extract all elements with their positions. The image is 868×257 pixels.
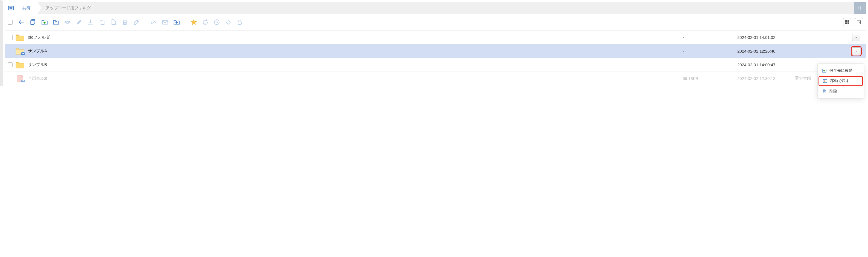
- clock-icon: [214, 19, 220, 25]
- file-row[interactable]: サンプルA - 2024-02-02 12:26:46: [5, 44, 866, 58]
- document-icon: [110, 19, 117, 25]
- row-checkbox[interactable]: [8, 62, 12, 67]
- copy-button: [97, 18, 106, 27]
- tag-button: [224, 18, 233, 27]
- file-name: oldフォルダ: [28, 35, 683, 40]
- paste-button: [109, 18, 118, 27]
- breadcrumb-segment-root[interactable]: 共有: [17, 2, 37, 14]
- file-row[interactable]: サンプルB - 2024-02-01 14:00:47: [5, 58, 866, 72]
- svg-point-1: [9, 7, 11, 9]
- move-back-icon: [823, 79, 828, 84]
- file-list: oldフォルダ - 2024-02-01 14:01:02 サンプルA: [5, 30, 866, 85]
- lock-button: [235, 18, 244, 27]
- grid-icon: [845, 20, 849, 24]
- file-name: 企画書.pdf: [28, 76, 683, 81]
- link-icon: [150, 19, 157, 25]
- sort-button[interactable]: [855, 18, 863, 26]
- row-actions-dropdown[interactable]: [852, 47, 860, 55]
- file-row[interactable]: 企画書.pdf 66.18KB 2024-02-02 12:30:13 愛宕太郎: [5, 72, 866, 85]
- breadcrumb-root-label: 共有: [23, 5, 31, 11]
- upload-button[interactable]: [52, 18, 61, 27]
- menu-move-back[interactable]: 移動で戻す: [818, 76, 863, 86]
- receive-folder-button[interactable]: [172, 18, 181, 27]
- file-size: -: [683, 35, 737, 40]
- link-button: [149, 18, 158, 27]
- collapse-icon: [857, 5, 863, 11]
- folder-receive-icon: [173, 19, 180, 26]
- pen-icon: [133, 19, 140, 25]
- row-checkbox[interactable]: [8, 35, 12, 40]
- svg-rect-14: [847, 23, 849, 24]
- svg-point-9: [227, 21, 228, 22]
- svg-point-5: [67, 21, 69, 23]
- svg-rect-7: [162, 21, 168, 24]
- users-folder-icon: [8, 5, 14, 11]
- context-menu: 保存先に移動 移動で戻す 削除: [817, 63, 864, 86]
- folder-shared-icon: [15, 47, 25, 55]
- copy-icon: [99, 19, 105, 25]
- menu-label: 移動で戻す: [830, 79, 849, 84]
- history-button: [212, 18, 221, 27]
- select-all-checkbox[interactable]: [8, 20, 12, 25]
- file-date: 2024-02-01 14:01:02: [737, 35, 795, 40]
- upload-icon: [53, 19, 60, 26]
- file-size: 66.18KB: [683, 76, 737, 81]
- file-size: -: [683, 49, 737, 53]
- preview-button: [63, 18, 72, 27]
- documents-icon: [30, 19, 37, 26]
- file-date: 2024-02-02 12:30:13: [737, 76, 795, 81]
- toolbar: [5, 14, 866, 30]
- copy-folder-button[interactable]: [28, 18, 38, 27]
- move-to-icon: [822, 68, 827, 73]
- folder-icon: [15, 34, 25, 41]
- download-icon: [87, 19, 94, 26]
- back-button[interactable]: [17, 18, 26, 27]
- chevron-down-icon: [855, 37, 858, 38]
- svg-rect-11: [845, 20, 847, 22]
- trash-icon: [122, 19, 128, 25]
- file-date: 2024-02-02 12:26:46: [737, 49, 795, 53]
- breadcrumb-current-label: アップロード用フォルダ: [45, 5, 91, 11]
- menu-move-to[interactable]: 保存先に移動: [818, 65, 864, 76]
- menu-label: 保存先に移動: [830, 68, 852, 73]
- svg-rect-6: [101, 21, 104, 25]
- star-icon: [190, 19, 197, 26]
- folder-icon: [15, 61, 25, 69]
- svg-point-2: [11, 7, 12, 9]
- lock-icon: [237, 19, 243, 25]
- svg-rect-10: [238, 22, 241, 24]
- refresh-button: [201, 18, 210, 27]
- favorite-button[interactable]: [189, 18, 198, 27]
- grid-view-button[interactable]: [843, 18, 851, 26]
- svg-rect-12: [847, 20, 849, 22]
- sort-icon: [857, 20, 861, 24]
- chevron-down-icon: [855, 50, 858, 52]
- file-name: サンプルB: [28, 62, 683, 67]
- collapse-panel-button[interactable]: [854, 2, 866, 14]
- file-name: サンプルA: [28, 49, 683, 54]
- svg-rect-16: [21, 80, 25, 82]
- toolbar-divider-1: [145, 18, 145, 27]
- svg-rect-15: [21, 52, 25, 55]
- new-folder-button[interactable]: [40, 18, 49, 27]
- folder-plus-icon: [41, 19, 48, 26]
- row-actions-dropdown[interactable]: [852, 34, 860, 41]
- breadcrumb-segment-current[interactable]: アップロード用フォルダ: [37, 2, 98, 14]
- download-button: [86, 18, 95, 27]
- mail-button: [160, 18, 170, 27]
- breadcrumb: 共有 アップロード用フォルダ: [5, 2, 866, 14]
- file-date: 2024-02-01 14:00:47: [737, 62, 795, 67]
- arrow-left-icon: [18, 19, 25, 26]
- file-row[interactable]: oldフォルダ - 2024-02-01 14:01:02: [5, 30, 866, 44]
- breadcrumb-root-icon[interactable]: [5, 2, 17, 14]
- trash-button: [120, 18, 130, 27]
- tag-icon: [225, 19, 231, 25]
- refresh-icon: [202, 19, 209, 25]
- toolbar-divider-2: [185, 18, 185, 27]
- pencil-icon: [76, 19, 82, 25]
- pdf-shared-icon: [15, 75, 25, 82]
- file-browser: 共有 アップロード用フォルダ: [5, 2, 866, 85]
- eye-icon: [64, 19, 71, 26]
- mail-icon: [162, 19, 169, 26]
- svg-rect-4: [31, 21, 34, 25]
